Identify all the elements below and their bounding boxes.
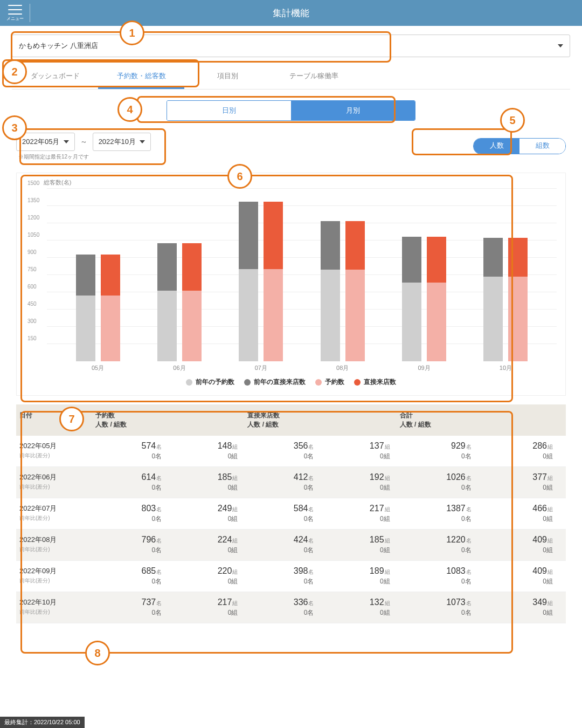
store-section: かもめキッチン 八重洲店 ダッシュボード予約数・総客数項目別テーブル稼働率 [0, 26, 582, 93]
date-to-picker[interactable]: 2022年10月 [93, 133, 151, 151]
callout-1: 1 [120, 20, 144, 45]
store-dropdown[interactable]: かもめキッチン 八重洲店 [12, 35, 570, 57]
tab-bar: ダッシュボード予約数・総客数項目別テーブル稼働率 [12, 65, 570, 90]
range-separator: ～ [80, 137, 87, 147]
callout-3: 3 [2, 115, 27, 140]
segment-groups[interactable]: 組数 [519, 139, 565, 154]
menu-label: メニュー [0, 16, 30, 22]
segment-daily[interactable]: 日別 [167, 101, 291, 120]
store-value: かもめキッチン 八重洲店 [19, 41, 98, 51]
th-total: 合計人数 / 組数 [400, 411, 563, 429]
callout-7: 7 [59, 407, 84, 431]
tab-2[interactable]: 項目別 [184, 65, 271, 89]
data-table: 日付 予約数人数 / 組数 直接来店数人数 / 組数 合計人数 / 組数 202… [16, 404, 566, 623]
segment-monthly[interactable]: 月別 [291, 101, 415, 120]
table-row: 2022年09月前年比(差分)685名0名220組0組398名0名189組0組1… [16, 561, 566, 592]
metric-segment: 人数 組数 [473, 138, 566, 154]
date-to-value: 2022年10月 [99, 137, 136, 147]
table-row: 2022年07月前年比(差分)803名0名249組0組584名0名217組0組1… [16, 498, 566, 530]
chart-plot: 150300450600750900105012001350150005月06月… [47, 189, 557, 361]
tab-3[interactable]: テーブル稼働率 [271, 65, 357, 89]
chevron-down-icon [64, 140, 69, 143]
th-reserve: 予約数人数 / 組数 [95, 411, 247, 429]
page-title: 集計機能 [0, 7, 582, 19]
th-walkin: 直接来店数人数 / 組数 [247, 411, 399, 429]
divider [30, 4, 30, 22]
chart-container: 総客数(名) 150300450600750900105012001350150… [16, 173, 566, 396]
table-header-row: 日付 予約数人数 / 組数 直接来店数人数 / 組数 合計人数 / 組数 [16, 404, 566, 436]
tab-1[interactable]: 予約数・総客数 [98, 65, 184, 89]
callout-6: 6 [227, 164, 252, 189]
callout-2: 2 [2, 59, 27, 84]
table-row: 2022年05月前年比(差分)574名0名148組0組356名0名137組0組9… [16, 436, 566, 467]
chevron-down-icon [558, 44, 563, 47]
table-row: 2022年10月前年比(差分)737名0名217組0組336名0名132組0組1… [16, 592, 566, 623]
th-date: 日付 [19, 411, 95, 429]
date-from-value: 2022年05月 [22, 137, 59, 147]
callout-5: 5 [500, 108, 525, 133]
menu-button[interactable]: メニュー [0, 5, 30, 22]
hamburger-icon [8, 5, 22, 15]
period-segment: 日別 月別 [167, 100, 415, 121]
date-from-picker[interactable]: 2022年05月 [16, 133, 75, 151]
callout-4: 4 [117, 97, 142, 122]
table-row: 2022年06月前年比(差分)614名0名185組0組412名0名192組0組1… [16, 467, 566, 498]
chart-y-title: 総客数(名) [44, 178, 557, 187]
controls: 日別 月別 2022年05月 ～ 2022年10月 ※期間指定は最長12ヶ月です… [0, 93, 582, 168]
chart-legend: 前年の予約数前年の直接来店数予約数直接来店数 [25, 377, 557, 387]
chevron-down-icon [140, 140, 145, 143]
table-row: 2022年08月前年比(差分)796名0名224組0組424名0名185組0組1… [16, 530, 566, 561]
segment-people[interactable]: 人数 [474, 139, 519, 154]
range-note: ※期間指定は最長12ヶ月です [18, 153, 566, 161]
app-header: メニュー 集計機能 [0, 0, 582, 26]
